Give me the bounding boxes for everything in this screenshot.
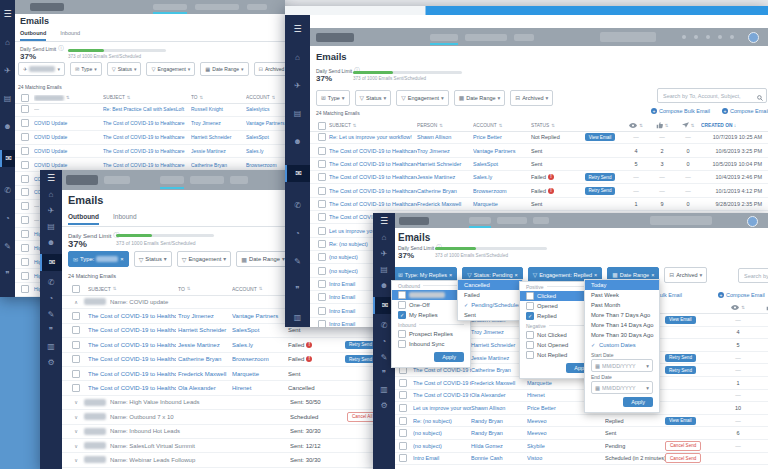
account-link[interactable]: Vantage Partners	[473, 148, 531, 154]
column-created-on[interactable]: CREATED ON ↓	[701, 123, 742, 128]
edit-icon[interactable]: ✎	[0, 242, 15, 251]
account-link[interactable]: Sales.ly	[246, 148, 285, 154]
row-checkbox[interactable]	[318, 267, 326, 275]
row-checkbox[interactable]	[21, 230, 29, 238]
column-to[interactable]: TO⇅	[191, 95, 246, 100]
person-link[interactable]: Catherine Bryan	[417, 188, 473, 194]
account-link[interactable]: Browserzoom	[246, 162, 285, 168]
item-checkbox[interactable]	[526, 351, 534, 359]
settings-icon[interactable]: ⚙	[40, 358, 62, 367]
table-row[interactable]: ∨Name: SalesLoft Virtual SummitSent: 12/…	[62, 439, 376, 453]
row-checkbox[interactable]	[21, 161, 29, 169]
row-checkbox[interactable]	[72, 384, 80, 392]
dropdown-item[interactable]: More Than 7 Days Ago	[585, 310, 659, 320]
account-link[interactable]: Sales.ly	[473, 174, 531, 180]
subject-link[interactable]: The Cost of COVID-19 to Healthcare	[329, 174, 417, 180]
search-input[interactable]	[661, 92, 755, 100]
edit-icon[interactable]: ✎	[285, 257, 310, 266]
account-link[interactable]: Meeveo	[527, 430, 605, 436]
clear-filter-icon[interactable]: ×	[651, 272, 654, 278]
item-checkbox[interactable]	[398, 291, 406, 299]
person-link[interactable]: Randy Bryan	[471, 430, 527, 436]
tab-inbound[interactable]: Inbound	[113, 213, 137, 225]
clear-filter-icon[interactable]: ×	[594, 272, 597, 278]
account-link[interactable]: Meeveo	[527, 418, 605, 424]
row-checkbox[interactable]	[72, 341, 80, 349]
clear-filter-icon[interactable]: ×	[515, 272, 518, 278]
failed-icon[interactable]: !	[306, 356, 312, 362]
person-link[interactable]: Frederick Maxwell	[471, 380, 527, 386]
item-checkbox[interactable]	[526, 341, 534, 349]
item-checkbox[interactable]	[526, 292, 534, 300]
row-checkbox[interactable]	[72, 355, 80, 363]
view-email-button[interactable]: View Email	[665, 417, 696, 425]
type-filter-chip[interactable]: ✉Type:×	[68, 251, 129, 267]
menu-icon[interactable]: ☰	[40, 174, 62, 183]
subject-link[interactable]: (no subject)	[413, 430, 471, 436]
column-account[interactable]: ACCOUNT⇅	[473, 123, 531, 128]
avatar[interactable]	[747, 216, 758, 227]
retry-send-button[interactable]: Retry Send	[665, 354, 696, 362]
menu-icon[interactable]: ☰	[0, 10, 15, 19]
start-date-input[interactable]: ▦MM/DD/YYYY▾	[591, 359, 653, 372]
dropdown-item[interactable]: ✓Custom Dates	[585, 340, 659, 350]
row-checkbox[interactable]	[318, 200, 326, 208]
person-link[interactable]: Shawn Allison	[471, 405, 527, 411]
row-checkbox[interactable]	[399, 404, 407, 412]
dropdown-item[interactable]: Failed	[458, 290, 522, 300]
to-link[interactable]: Frederick Maxwell	[178, 371, 230, 377]
row-checkbox[interactable]	[318, 160, 326, 168]
column-clicks[interactable]: ⇅	[649, 122, 675, 130]
person-link[interactable]: Harriett Schneider	[417, 161, 473, 167]
row-checkbox[interactable]	[318, 173, 326, 181]
subject-link[interactable]: The Cost of COVID-19 to Healthcare	[329, 201, 417, 207]
email-icon[interactable]: ✉	[285, 165, 310, 182]
account-link[interactable]: Marquette	[473, 201, 531, 207]
view-email-button[interactable]: View Email	[665, 316, 696, 324]
subject-link[interactable]: The Cost of COVID-19 to Healthcare	[413, 380, 471, 386]
item-checkbox[interactable]	[526, 302, 534, 310]
table-row[interactable]: Intro EmailBonnie CashVistooScheduled (i…	[395, 453, 768, 466]
row-checkbox[interactable]	[21, 119, 29, 127]
row-checkbox[interactable]	[318, 293, 326, 301]
view-email-button[interactable]: View Email	[585, 133, 616, 141]
column-views[interactable]: ⇅	[623, 123, 649, 129]
status-filter-button[interactable]: ▽Status▾	[107, 62, 142, 76]
retry-send-button[interactable]: Retry Send	[665, 366, 696, 374]
row-checkbox[interactable]	[318, 240, 326, 248]
failed-icon[interactable]: !	[548, 174, 554, 180]
type-filter-button[interactable]: ✉Type▾	[70, 62, 102, 76]
row-checkbox[interactable]	[72, 312, 80, 320]
column-account[interactable]: ACCOUNT⇅	[246, 95, 275, 100]
row-checkbox[interactable]	[21, 272, 29, 280]
menu-icon[interactable]: ☰	[285, 25, 310, 34]
to-link[interactable]: Ola Alexander	[178, 385, 230, 391]
avatar[interactable]	[748, 32, 759, 43]
failed-icon[interactable]: !	[306, 342, 312, 348]
row-checkbox[interactable]	[318, 187, 326, 195]
account-link[interactable]: Price Better	[473, 134, 531, 140]
table-row[interactable]: The Cost of COVID-19 to HealthcareJessie…	[62, 338, 376, 352]
retry-send-button[interactable]: Retry Send	[345, 341, 376, 349]
subject-link[interactable]: The Cost of COVID-19 to Healthcare	[329, 148, 417, 154]
type-filter-button[interactable]: ✉Type▾	[316, 90, 350, 106]
analytics-icon[interactable]: ▥	[285, 313, 310, 322]
person-link[interactable]: Hilda Gomez	[471, 443, 527, 449]
activity-icon[interactable]: ◔	[40, 294, 62, 303]
person-link[interactable]: Frederick Maxwell	[417, 201, 473, 207]
retry-send-button[interactable]: Retry Send	[585, 187, 616, 195]
search-input[interactable]	[742, 272, 768, 280]
account-link[interactable]: Browserzoom	[232, 356, 286, 362]
table-row[interactable]: COVID UpdateThe Cost of COVID-19 to Heal…	[15, 117, 285, 131]
group-caret-icon[interactable]: ∨	[72, 443, 80, 449]
person-link[interactable]: Jessie Martinez	[417, 174, 473, 180]
dropdown-item[interactable]: Past Week	[585, 290, 659, 300]
subject-link[interactable]: Re: (no subject)	[413, 418, 471, 424]
select-all-checkbox[interactable]	[318, 122, 326, 130]
retry-send-button[interactable]: Retry Send	[585, 173, 616, 181]
table-row[interactable]: The Cost of COVID-19 to HealthcareFreder…	[310, 198, 768, 211]
row-checkbox[interactable]	[399, 454, 407, 462]
row-checkbox[interactable]	[21, 147, 29, 155]
column-account[interactable]: ACCOUNT⇅	[232, 286, 286, 292]
subject-link[interactable]: The Cost of COVID-19 to Healthcare	[329, 188, 417, 194]
